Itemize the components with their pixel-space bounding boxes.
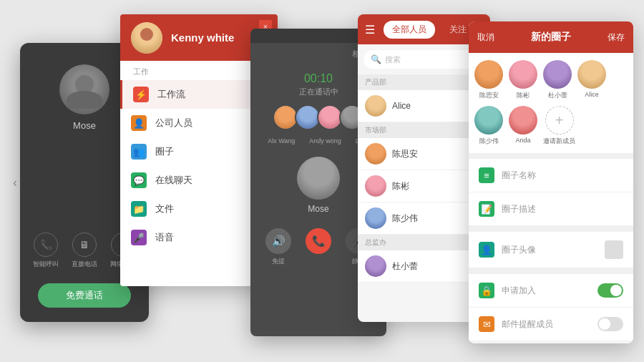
speaker-icon: 🔊: [265, 228, 291, 254]
du-avatar: [365, 255, 386, 277]
contacts-search[interactable]: 🔍 搜索: [364, 50, 484, 69]
alice-name: Alice: [392, 101, 411, 111]
company-icon: 👤: [131, 115, 147, 131]
call-main-name: Mose: [308, 204, 328, 214]
form-item-join[interactable]: 🔒 申请加入: [469, 274, 633, 308]
hamburger-icon[interactable]: ☰: [365, 23, 375, 36]
hangup-icon: 📞: [306, 228, 331, 254]
name-label: 圈子名称: [502, 170, 623, 182]
join-toggle[interactable]: [597, 283, 623, 298]
free-call-button[interactable]: 免费通话: [38, 283, 131, 308]
call-main-avatar-img: [297, 157, 340, 200]
email-icon: ✉: [479, 316, 494, 332]
email-toggle[interactable]: [597, 317, 623, 331]
form-item-name[interactable]: ≡ 圈子名称: [469, 159, 633, 192]
member-av-chenshao: [474, 106, 503, 134]
cancel-button[interactable]: 取消: [477, 31, 494, 44]
group-member-anda[interactable]: Anda: [509, 106, 537, 146]
phone-icon: 📞: [34, 233, 58, 257]
form-item-avatar[interactable]: 👤 圈子头像: [469, 232, 633, 268]
member-av-anda: [509, 106, 537, 134]
name-icon: ≡: [479, 167, 494, 183]
file-icon: 📁: [131, 201, 147, 217]
chensi-name: 陈思安: [392, 148, 418, 160]
form-spacer-2: [469, 268, 633, 274]
member-av-alice: [577, 60, 606, 89]
email-label: 邮件提醒成员: [502, 318, 590, 331]
direct-call-btn[interactable]: 🖥 直拨电话: [72, 233, 97, 269]
chensi-avatar: [365, 143, 386, 165]
search-icon: 🔍: [371, 54, 381, 64]
member-av-du: [543, 60, 572, 89]
join-label: 申请加入: [502, 285, 590, 297]
group-member-chenbin[interactable]: 陈彬: [509, 60, 537, 100]
group-member-alice[interactable]: Alice: [577, 60, 606, 100]
speaker-btn[interactable]: 🔊 免提: [265, 228, 291, 266]
form-spacer-1: [469, 226, 633, 232]
member-av-chensi: [474, 60, 503, 89]
voice-icon: 🎤: [131, 230, 147, 245]
form-item-email[interactable]: ✉ 邮件提醒成员: [469, 308, 633, 341]
phone-avatar: [59, 64, 109, 114]
avatar-label: 圈子头像: [502, 244, 597, 256]
worklist-icon: ⚡: [133, 87, 149, 102]
phone-username: Mose: [73, 120, 96, 131]
group-form: ≡ 圈子名称 📝 圈子描述 👤 圈子头像 🔒 申请加入 ✉ 邮件提醒成员: [469, 159, 633, 341]
group-title: 新的圈子: [531, 31, 571, 44]
desc-label: 圈子描述: [502, 203, 623, 215]
group-member-chensi[interactable]: 陈思安: [474, 60, 503, 100]
invite-new-member[interactable]: + 邀请新成员: [543, 106, 575, 146]
chenbin-name: 陈彬: [392, 180, 409, 192]
group-member-du[interactable]: 杜小蕾: [543, 60, 572, 100]
contact-name: Kenny white: [171, 31, 234, 44]
contact-avatar: [131, 22, 162, 54]
chenshao-name: 陈少伟: [392, 212, 418, 225]
chat-icon: 💬: [131, 172, 147, 188]
member-av-chenbin: [509, 60, 537, 89]
search-placeholder: 搜索: [385, 54, 401, 65]
phone-direct-icon: 🖥: [72, 233, 97, 257]
du-name: 杜小蕾: [392, 260, 418, 273]
form-item-desc[interactable]: 📝 圈子描述: [469, 192, 633, 226]
group-member-chenshao[interactable]: 陈少伟: [474, 106, 503, 146]
group-panel: 取消 新的圈子 保存 陈思安 陈彬 杜小蕾 Alice 陈少伟 Anda: [469, 21, 633, 343]
chenshao-avatar: [365, 207, 386, 229]
left-arrow[interactable]: ‹: [13, 175, 17, 190]
smart-call-btn[interactable]: 📞 智能呼叫: [33, 233, 59, 269]
chenbin-avatar: [365, 175, 386, 197]
desc-icon: 📝: [479, 201, 494, 217]
group-header: 取消 新的圈子 保存: [469, 21, 633, 53]
avatar-icon: 👤: [479, 242, 494, 258]
save-button[interactable]: 保存: [608, 31, 625, 44]
add-member-icon[interactable]: +: [545, 106, 574, 134]
join-icon: 🔒: [479, 283, 494, 298]
group-member-grid: 陈思安 陈彬 杜小蕾 Alice 陈少伟 Anda + 邀请新成员: [469, 53, 633, 159]
circle-icon: 👥: [131, 144, 147, 160]
contacts-tabs: 全部人员 关注: [375, 21, 483, 39]
tab-all[interactable]: 全部人员: [384, 21, 435, 39]
alice-avatar: [365, 95, 386, 117]
avatar-preview: [605, 240, 623, 259]
hang-up-btn[interactable]: 📞: [306, 228, 331, 266]
